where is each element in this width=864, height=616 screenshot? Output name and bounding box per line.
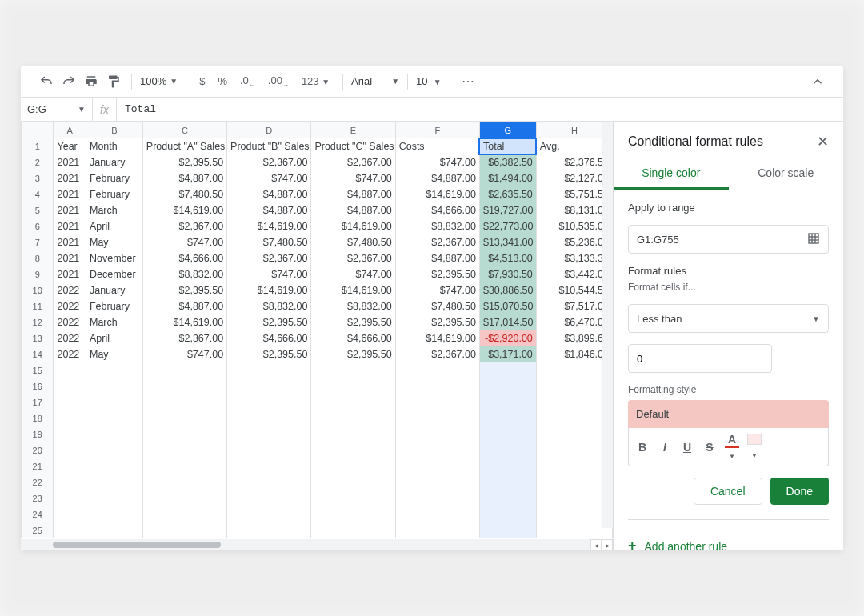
cell-D14[interactable]: $2,395.50: [227, 346, 311, 362]
cell-E5[interactable]: $4,887.00: [311, 202, 395, 218]
cell-A10[interactable]: 2022: [54, 282, 86, 298]
cell-A25[interactable]: [54, 522, 86, 538]
cell-B23[interactable]: [86, 490, 142, 506]
more-toolbar-icon[interactable]: ⋯: [458, 72, 478, 91]
cell-C2[interactable]: $2,395.50: [142, 154, 226, 170]
cell-D16[interactable]: [227, 378, 311, 394]
italic-button[interactable]: I: [658, 441, 672, 454]
col-header-A[interactable]: A: [54, 122, 86, 138]
cell-A6[interactable]: 2021: [54, 218, 86, 234]
cell-F15[interactable]: [395, 362, 479, 378]
cell-C6[interactable]: $2,367.00: [142, 218, 226, 234]
formula-bar[interactable]: Total: [117, 103, 843, 115]
cell-G6[interactable]: $22,773.00: [479, 218, 536, 234]
cell-A1[interactable]: Year: [54, 138, 86, 154]
row-header-7[interactable]: 7: [22, 234, 54, 250]
row-header-18[interactable]: 18: [22, 410, 54, 426]
row-header-8[interactable]: 8: [22, 250, 54, 266]
cell-G13[interactable]: -$2,920.00: [479, 330, 536, 346]
cell-D2[interactable]: $2,367.00: [227, 154, 311, 170]
cell-F2[interactable]: $747.00: [395, 154, 479, 170]
font-select[interactable]: Arial▼: [351, 75, 399, 87]
cell-E25[interactable]: [311, 522, 395, 538]
number-format-select[interactable]: 123 ▼: [297, 75, 334, 87]
cell-F4[interactable]: $14,619.00: [395, 186, 479, 202]
cell-A18[interactable]: [54, 410, 86, 426]
cell-B13[interactable]: April: [86, 330, 142, 346]
cell-F3[interactable]: $4,887.00: [395, 170, 479, 186]
paint-format-icon[interactable]: [104, 72, 123, 91]
increase-decimal-button[interactable]: .00→: [263, 74, 294, 89]
cell-C8[interactable]: $4,666.00: [142, 250, 226, 266]
cell-B17[interactable]: [86, 394, 142, 410]
cell-G20[interactable]: [479, 442, 536, 458]
row-header-24[interactable]: 24: [22, 506, 54, 522]
cell-C9[interactable]: $8,832.00: [142, 266, 226, 282]
cell-C10[interactable]: $2,395.50: [142, 282, 226, 298]
col-header-D[interactable]: D: [227, 122, 311, 138]
cell-D13[interactable]: $4,666.00: [227, 330, 311, 346]
cell-B3[interactable]: February: [86, 170, 142, 186]
cell-A8[interactable]: 2021: [54, 250, 86, 266]
cell-C21[interactable]: [142, 458, 226, 474]
cell-A14[interactable]: 2022: [54, 346, 86, 362]
cell-F14[interactable]: $2,367.00: [395, 346, 479, 362]
cell-B6[interactable]: April: [86, 218, 142, 234]
cell-G24[interactable]: [479, 506, 536, 522]
cell-C4[interactable]: $7,480.50: [142, 186, 226, 202]
vertical-scrollbar[interactable]: [602, 122, 613, 528]
cell-A16[interactable]: [54, 378, 86, 394]
cell-F7[interactable]: $2,367.00: [395, 234, 479, 250]
cell-B25[interactable]: [86, 522, 142, 538]
cell-G12[interactable]: $17,014.50: [479, 314, 536, 330]
cell-G4[interactable]: $2,635.50: [479, 186, 536, 202]
cell-G1[interactable]: Total: [479, 138, 536, 154]
cell-E4[interactable]: $4,887.00: [311, 186, 395, 202]
cell-A23[interactable]: [54, 490, 86, 506]
cell-E17[interactable]: [311, 394, 395, 410]
row-header-5[interactable]: 5: [22, 202, 54, 218]
cell-B14[interactable]: May: [86, 346, 142, 362]
cell-E10[interactable]: $14,619.00: [311, 282, 395, 298]
cell-D11[interactable]: $8,832.00: [227, 298, 311, 314]
cell-F12[interactable]: $2,395.50: [395, 314, 479, 330]
text-color-button[interactable]: A ▼: [725, 433, 739, 461]
cell-C16[interactable]: [142, 378, 226, 394]
row-header-15[interactable]: 15: [22, 362, 54, 378]
cell-C15[interactable]: [142, 362, 226, 378]
redo-icon[interactable]: [59, 72, 78, 91]
value-input[interactable]: [628, 344, 772, 373]
cell-F10[interactable]: $747.00: [395, 282, 479, 298]
cell-D23[interactable]: [227, 490, 311, 506]
cell-A5[interactable]: 2021: [54, 202, 86, 218]
cell-C24[interactable]: [142, 506, 226, 522]
cell-E11[interactable]: $8,832.00: [311, 298, 395, 314]
cell-B9[interactable]: December: [86, 266, 142, 282]
cell-E2[interactable]: $2,367.00: [311, 154, 395, 170]
row-header-2[interactable]: 2: [22, 154, 54, 170]
cell-E1[interactable]: Product "C" Sales: [311, 138, 395, 154]
condition-select[interactable]: Less than ▼: [628, 304, 829, 333]
cell-B22[interactable]: [86, 474, 142, 490]
cell-E9[interactable]: $747.00: [311, 266, 395, 282]
cell-A11[interactable]: 2022: [54, 298, 86, 314]
cell-D5[interactable]: $4,887.00: [227, 202, 311, 218]
cell-G8[interactable]: $4,513.00: [479, 250, 536, 266]
cell-G2[interactable]: $6,382.50: [479, 154, 536, 170]
row-header-20[interactable]: 20: [22, 442, 54, 458]
cell-C14[interactable]: $747.00: [142, 346, 226, 362]
row-header-21[interactable]: 21: [22, 458, 54, 474]
cell-C13[interactable]: $2,367.00: [142, 330, 226, 346]
currency-button[interactable]: $: [194, 75, 210, 87]
row-header-13[interactable]: 13: [22, 330, 54, 346]
cell-A7[interactable]: 2021: [54, 234, 86, 250]
cell-D25[interactable]: [227, 522, 311, 538]
col-header-E[interactable]: E: [311, 122, 395, 138]
spreadsheet-grid[interactable]: ABCDEFGH1YearMonthProduct "A" SalesProdu…: [21, 122, 613, 538]
cell-F5[interactable]: $4,666.00: [395, 202, 479, 218]
cell-E13[interactable]: $4,666.00: [311, 330, 395, 346]
cell-F11[interactable]: $7,480.50: [395, 298, 479, 314]
cell-D22[interactable]: [227, 474, 311, 490]
cell-C18[interactable]: [142, 410, 226, 426]
cell-E8[interactable]: $2,367.00: [311, 250, 395, 266]
